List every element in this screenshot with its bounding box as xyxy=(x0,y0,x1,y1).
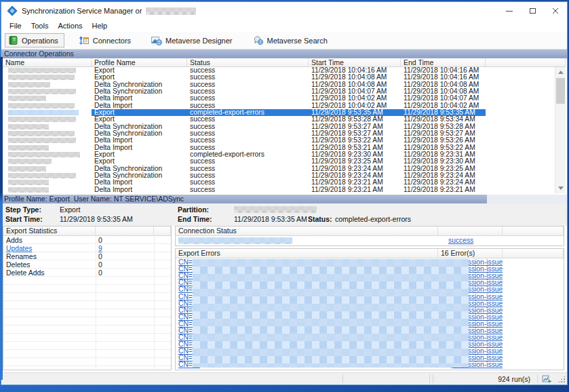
statistic-label: Deletes xyxy=(3,260,96,269)
partition-label: Partition: xyxy=(178,205,209,214)
operations-row[interactable]: Exportcompleted-export-errors11/29/2018 … xyxy=(3,109,555,116)
redacted-connector-name xyxy=(8,82,50,87)
cell-profile: Delta Synchronization xyxy=(92,88,187,95)
cell-status: success xyxy=(187,187,309,193)
cell-profile: Delta Synchronization xyxy=(92,172,187,179)
menu-actions[interactable]: Actions xyxy=(53,20,87,31)
operations-row[interactable]: Delta Synchronizationsuccess11/29/2018 9… xyxy=(3,165,555,172)
title-bar[interactable]: Synchronization Service Manager or xyxy=(1,2,567,20)
sync-service-manager-window: Synchronization Service Manager or File … xyxy=(1,1,568,385)
redacted-connector-name xyxy=(178,237,292,244)
cell-start-time: 11/29/2018 9:23:30 AM xyxy=(309,151,401,158)
export-errors-header-filler xyxy=(503,249,564,258)
operations-row[interactable]: Delta Synchronizationsuccess11/29/2018 1… xyxy=(3,81,555,88)
cell-start-time: 11/29/2018 9:53:27 AM xyxy=(309,130,401,137)
cell-end-time: 11/29/2018 9:53:22 AM xyxy=(401,144,486,151)
column-header-status[interactable]: Status xyxy=(187,58,309,67)
cell-status: completed-export-errors xyxy=(187,151,309,158)
maximize-button[interactable] xyxy=(521,2,544,20)
connection-status-pane: Connection Status success xyxy=(175,226,564,246)
statistic-label-text: Adds xyxy=(6,236,22,244)
cell-start-time: 11/29/2018 9:23:24 AM xyxy=(309,172,401,179)
toolbar-connectors-button[interactable]: Connectors xyxy=(75,33,137,47)
operations-row[interactable]: Delta Importsuccess11/29/2018 9:53:21 AM… xyxy=(3,144,555,151)
cell-start-time: 11/29/2018 10:04:07 AM xyxy=(309,88,401,95)
operations-row[interactable]: Exportsuccess11/29/2018 10:04:08 AM11/29… xyxy=(3,74,555,81)
redacted-connector-name xyxy=(8,138,76,143)
cell-start-time: 11/29/2018 10:04:02 AM xyxy=(309,102,401,109)
minimize-button[interactable] xyxy=(498,2,521,20)
end-time-label: End Time: xyxy=(178,215,212,223)
operations-book-icon xyxy=(8,35,18,45)
export-errors-count-header: 16 Error(s) xyxy=(438,249,503,258)
resize-grip[interactable] xyxy=(557,375,566,383)
cell-end-time: 11/29/2018 9:53:26 AM xyxy=(401,137,486,144)
column-header-end[interactable]: End Time xyxy=(401,58,486,67)
statistic-value[interactable]: 9 xyxy=(96,244,102,252)
statistic-label[interactable]: Updates xyxy=(3,244,96,252)
cell-status: success xyxy=(187,88,309,95)
cell-name xyxy=(3,179,92,186)
scroll-up-icon[interactable] xyxy=(558,71,564,74)
scrollbar-thumb[interactable] xyxy=(556,78,565,104)
cell-end-time: 11/29/2018 9:23:24 AM xyxy=(401,172,486,179)
column-header-name[interactable]: Name xyxy=(3,58,92,67)
operations-row[interactable]: Delta Synchronizationsuccess11/29/2018 9… xyxy=(3,172,555,179)
statistic-row: Adds0 xyxy=(3,236,171,244)
menu-help[interactable]: Help xyxy=(87,20,113,31)
toolbar-metaverse-search-button[interactable]: Metaverse Search xyxy=(250,33,334,47)
toolbar-metaverse-designer-button[interactable]: Metaverse Designer xyxy=(148,33,238,47)
operations-row[interactable]: Delta Importsuccess11/29/2018 10:04:02 A… xyxy=(3,102,555,109)
cell-status: completed-export-errors xyxy=(187,109,309,116)
connection-status-row: success xyxy=(176,236,564,246)
cell-name xyxy=(3,130,92,137)
operations-row[interactable]: Delta Importsuccess11/29/2018 9:23:21 AM… xyxy=(3,179,555,186)
redacted-connector-name xyxy=(8,145,49,151)
operations-row[interactable]: Delta Importsuccess11/29/2018 10:04:02 A… xyxy=(3,95,555,102)
export-statistics-caption: Export Statistics xyxy=(3,227,96,236)
cell-status: success xyxy=(187,165,309,172)
cell-start-time: 11/29/2018 9:53:21 AM xyxy=(309,144,401,151)
operations-row[interactable]: Exportsuccess11/29/2018 9:53:28 AM11/29/… xyxy=(3,116,555,123)
operations-row[interactable]: Exportcompleted-export-errors11/29/2018 … xyxy=(3,151,555,158)
operations-row[interactable]: Delta Importsuccess11/29/2018 9:53:22 AM… xyxy=(3,137,555,144)
column-header-profile[interactable]: Profile Name xyxy=(92,58,187,67)
scroll-down-icon[interactable] xyxy=(558,187,564,190)
operations-row[interactable]: Exportsuccess11/29/2018 10:04:16 AM11/29… xyxy=(3,67,555,74)
statistic-value-text[interactable]: 9 xyxy=(98,245,102,252)
operations-row[interactable]: Delta Importsuccess11/29/2018 9:23:21 AM… xyxy=(3,187,555,193)
close-icon xyxy=(552,7,559,14)
redacted-connector-name xyxy=(8,103,75,109)
cell-start-time: 11/29/2018 9:53:22 AM xyxy=(309,137,401,144)
cell-start-time: 11/29/2018 10:04:08 AM xyxy=(309,81,401,88)
cell-status: success xyxy=(187,137,309,144)
start-time-label: Start Time: xyxy=(5,215,43,223)
menu-file[interactable]: File xyxy=(5,20,26,31)
connection-success-link[interactable]: success xyxy=(448,237,473,244)
statistic-label-text[interactable]: Updates xyxy=(6,245,32,252)
statistic-label: Adds xyxy=(3,236,96,244)
cell-profile: Delta Synchronization xyxy=(92,130,187,137)
redacted-connector-name xyxy=(8,96,46,101)
cell-status: success xyxy=(187,95,309,102)
operations-scrollbar[interactable] xyxy=(555,67,566,193)
refresh-runs-icon[interactable] xyxy=(542,374,553,384)
cell-end-time: 11/29/2018 10:04:16 AM xyxy=(401,74,486,81)
column-header-start[interactable]: Start Time xyxy=(309,58,401,67)
toolbar-operations-button[interactable]: Operations xyxy=(5,33,64,47)
connection-status-header-filler xyxy=(438,227,503,236)
redacted-connector-name xyxy=(8,124,49,130)
operations-row[interactable]: Delta Synchronizationsuccess11/29/2018 9… xyxy=(3,123,555,130)
operations-row[interactable]: Exportsuccess11/29/2018 9:23:25 AM11/29/… xyxy=(3,158,555,165)
cell-end-time: 11/29/2018 10:04:16 AM xyxy=(401,67,486,74)
operations-row[interactable]: Delta Synchronizationsuccess11/29/2018 1… xyxy=(3,88,555,95)
menu-tools[interactable]: Tools xyxy=(26,20,54,31)
close-button[interactable] xyxy=(544,2,567,20)
cell-name xyxy=(3,137,92,144)
operations-row[interactable]: Delta Synchronizationsuccess11/29/2018 9… xyxy=(3,130,555,137)
export-statistics-pane: Export Statistics Adds0Updates9Renames0D… xyxy=(3,226,172,370)
statistic-label: Delete Adds xyxy=(3,269,96,277)
cell-profile: Delta Import xyxy=(92,102,187,109)
run-count: 924 run(s) xyxy=(435,373,534,385)
statistic-row: Renames0 xyxy=(3,252,171,260)
